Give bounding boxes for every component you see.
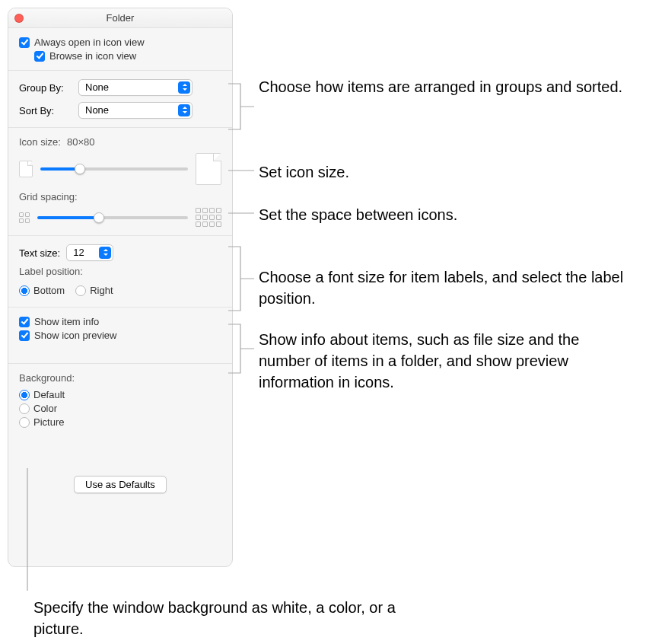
callout-show: Show info about items, such as file size… bbox=[259, 329, 632, 393]
grid-spacing-label: Grid spacing: bbox=[19, 191, 78, 202]
bg-default-radio[interactable] bbox=[19, 390, 30, 400]
icon-size-value: 80×80 bbox=[67, 136, 95, 148]
section-background: Background: Default Color Picture Use as… bbox=[8, 364, 232, 515]
group-by-select[interactable]: None bbox=[78, 79, 193, 96]
close-button[interactable] bbox=[14, 14, 24, 23]
label-bottom-text: Bottom bbox=[33, 285, 65, 296]
small-file-icon bbox=[19, 161, 33, 177]
use-as-defaults-button[interactable]: Use as Defaults bbox=[74, 476, 167, 493]
bg-color-radio[interactable] bbox=[19, 403, 30, 414]
callout-grid-spacing: Set the space between icons. bbox=[259, 204, 457, 225]
text-size-select[interactable]: 12 bbox=[66, 244, 113, 261]
grid-spacing-slider[interactable] bbox=[37, 216, 188, 219]
browse-label: Browse in icon view bbox=[49, 50, 136, 62]
section-text: Text size: 12 Label position: Bottom Rig… bbox=[8, 236, 232, 308]
section-arrange: Group By: None Sort By: None bbox=[8, 71, 232, 128]
grid-loose-icon bbox=[196, 208, 221, 227]
browse-checkbox[interactable] bbox=[34, 51, 45, 62]
callout-arrange: Choose how items are arranged in groups … bbox=[259, 76, 622, 97]
bg-default-label: Default bbox=[33, 389, 65, 400]
text-size-value: 12 bbox=[73, 247, 84, 258]
callout-background: Specify the window background as white, … bbox=[33, 597, 406, 639]
label-right-radio[interactable] bbox=[75, 285, 86, 296]
section-view-mode: Always open in icon view Browse in icon … bbox=[8, 28, 232, 71]
view-options-panel: Folder Always open in icon view Browse i… bbox=[8, 8, 233, 567]
show-item-info-checkbox[interactable] bbox=[19, 317, 30, 327]
always-open-label: Always open in icon view bbox=[34, 37, 145, 48]
always-open-checkbox[interactable] bbox=[19, 37, 30, 48]
bg-color-label: Color bbox=[33, 403, 57, 414]
bg-picture-radio[interactable] bbox=[19, 417, 30, 428]
label-position-label: Label position: bbox=[19, 266, 83, 277]
background-label: Background: bbox=[19, 372, 75, 384]
callout-text: Choose a font size for item labels, and … bbox=[259, 266, 632, 309]
grid-tight-icon bbox=[19, 212, 30, 223]
sort-by-value: None bbox=[85, 104, 109, 116]
sort-by-select[interactable]: None bbox=[78, 102, 193, 119]
callout-icon-size: Set icon size. bbox=[259, 161, 349, 183]
icon-size-slider[interactable] bbox=[40, 167, 188, 171]
group-by-value: None bbox=[85, 81, 109, 93]
show-icon-preview-checkbox[interactable] bbox=[19, 330, 30, 341]
bg-picture-label: Picture bbox=[33, 416, 64, 428]
section-show: Show item info Show icon preview bbox=[8, 308, 232, 364]
show-item-info-label: Show item info bbox=[34, 316, 99, 327]
sort-by-label: Sort By: bbox=[19, 105, 72, 116]
label-right-text: Right bbox=[90, 285, 113, 296]
titlebar: Folder bbox=[8, 8, 232, 28]
section-icon-grid: Icon size: 80×80 Grid spacing: bbox=[8, 128, 232, 236]
use-as-defaults-text: Use as Defaults bbox=[85, 479, 155, 490]
group-by-label: Group By: bbox=[19, 82, 72, 94]
large-file-icon bbox=[196, 153, 221, 185]
text-size-label: Text size: bbox=[19, 247, 60, 259]
window-title: Folder bbox=[107, 12, 135, 24]
label-bottom-radio[interactable] bbox=[19, 285, 30, 296]
icon-size-label: Icon size: bbox=[19, 136, 61, 148]
show-icon-preview-label: Show icon preview bbox=[34, 330, 116, 341]
